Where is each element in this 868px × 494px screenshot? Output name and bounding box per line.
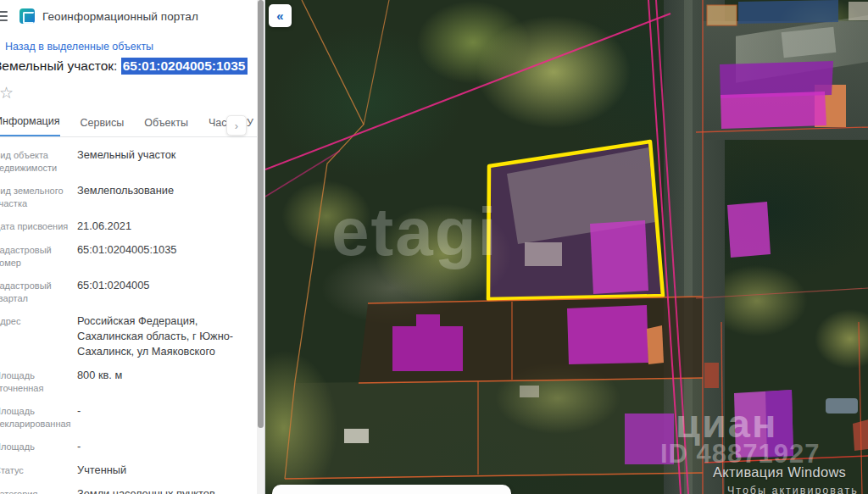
field-label: Дата присвоения: [0, 219, 70, 234]
field-value: -: [77, 403, 248, 430]
field-value: -: [77, 439, 248, 454]
cadastral-line-orange: [696, 288, 868, 298]
building-highlight[interactable]: [590, 220, 648, 294]
field-value: Учтенный: [77, 463, 248, 478]
cadastral-number-highlighted: 65:01:0204005:1035: [121, 58, 248, 75]
app-logo-icon: [19, 8, 35, 24]
satellite-map[interactable]: etagi циан ID 48871927 Активация Windows…: [264, 0, 868, 494]
field-label: Адрес: [0, 314, 70, 359]
road-boundary-line: [721, 322, 723, 494]
building-purple-bottom[interactable]: [625, 414, 674, 464]
building-magenta-mid-right[interactable]: [727, 202, 771, 258]
cadastral-line-orange: [859, 322, 862, 494]
shed-building: [525, 242, 562, 266]
field-value: 65:01:0204005: [77, 278, 248, 305]
field-value: 65:01:0204005:1035: [77, 242, 248, 269]
small-roof: [520, 386, 539, 397]
geoportal-window: Геоинформационный портал ‹ Назад в выдел…: [0, 0, 868, 494]
panel-scrollbar[interactable]: [257, 0, 264, 494]
cadastral-overlay: [265, 0, 868, 494]
favorite-star-icon[interactable]: ☆: [0, 83, 14, 103]
field-value: Землепользование: [77, 183, 248, 210]
field-row: Дата присвоения21.06.2021: [0, 219, 248, 234]
field-row: Вид земельного участкаЗемлепользование: [0, 183, 248, 210]
field-label: Кадастровый номер: [0, 242, 70, 269]
tab-objects[interactable]: Объекты: [144, 117, 188, 136]
field-row: Площадь уточненная800 кв. м: [0, 368, 248, 395]
field-value: Российская Федерация, Сахалинская област…: [77, 314, 248, 359]
field-label: Площадь уточненная: [0, 368, 70, 395]
small-roof: [344, 429, 369, 443]
field-label: Вид объекта недвижимости: [0, 147, 70, 175]
tab-bar: ИнформацияСервисыОбъектыЧасти ЗУСостав: [0, 111, 264, 137]
red-roof: [704, 363, 719, 388]
back-link[interactable]: ‹ Назад в выделенные объекты: [0, 41, 153, 53]
building-orange-bottom: [647, 325, 664, 364]
building-blue-roof: [738, 0, 838, 24]
field-value: 21.06.2021: [77, 219, 248, 234]
app-header: Геоинформационный портал: [0, 7, 198, 25]
building-magenta-top-right[interactable]: [721, 92, 826, 129]
info-panel: Геоинформационный портал ‹ Назад в выдел…: [0, 0, 264, 494]
field-value: Земельный участок: [77, 147, 248, 175]
building-purple-bottom-right: [765, 390, 793, 458]
cadastral-line-pink: [265, 151, 340, 197]
small-roof: [782, 27, 837, 58]
field-label: Кадастровый квартал: [0, 278, 70, 305]
object-type-label: Земельный участок:: [0, 58, 117, 73]
field-row: АдресРоссийская Федерация, Сахалинская о…: [0, 314, 248, 359]
field-row: СтатусУчтенный: [0, 463, 248, 478]
cadastral-line-red: [704, 456, 868, 463]
field-row: Кадастровый квартал65:01:0204005: [0, 278, 248, 305]
tab-scroll-right-button[interactable]: ›: [226, 115, 247, 136]
map-attribution-popup: [272, 485, 511, 494]
tab-services[interactable]: Сервисы: [81, 117, 125, 136]
collapse-panel-button[interactable]: «: [269, 4, 292, 27]
field-row: Вид объекта недвижимостиЗемельный участо…: [0, 147, 248, 175]
field-value: Земли населенных пунктов: [77, 486, 248, 494]
field-label: Площадь декларированная: [0, 403, 70, 430]
field-label: Площадь: [0, 439, 70, 454]
page-title: Земельный участок: 65:01:0204005:1035: [0, 58, 248, 74]
field-row: Площадь декларированная-: [0, 403, 248, 430]
field-row: Категория земельЗемли населенных пунктов: [0, 486, 248, 494]
field-row: Площадь-: [0, 439, 248, 454]
app-title: Геоинформационный портал: [42, 10, 198, 23]
back-link-label: Назад в выделенные объекты: [5, 41, 153, 53]
field-row: Кадастровый номер65:01:0204005:1035: [0, 242, 248, 269]
car: [826, 398, 858, 414]
panel-scrollbar-thumb[interactable]: [258, 0, 264, 428]
field-label: Категория земель: [0, 486, 70, 494]
building-tan: [707, 5, 737, 25]
tab-information[interactable]: Информация: [0, 115, 60, 137]
menu-icon[interactable]: [0, 11, 8, 21]
field-value: 800 кв. м: [77, 368, 248, 395]
small-roof: [849, 2, 868, 20]
field-label: Статус: [0, 463, 70, 478]
cadastral-line-orange: [364, 0, 389, 125]
fields-list: Вид объекта недвижимостиЗемельный участо…: [0, 147, 248, 494]
building-magenta-bottom-center[interactable]: [567, 305, 648, 364]
field-label: Вид земельного участка: [0, 183, 70, 210]
